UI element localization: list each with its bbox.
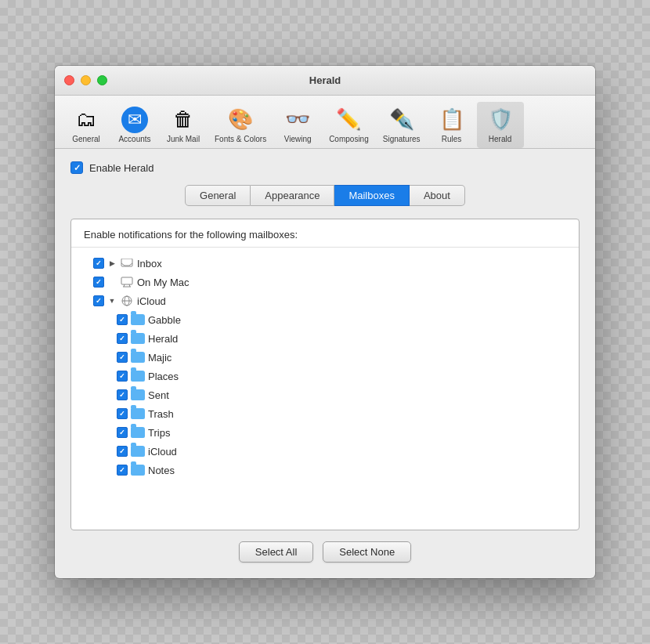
herald-label: Herald (148, 333, 178, 345)
toolbar-label-accounts: Accounts (118, 135, 150, 143)
svg-rect-1 (121, 277, 132, 284)
inbox-label: Inbox (137, 258, 162, 270)
mailbox-item-majic[interactable]: Majic (71, 348, 579, 367)
mailbox-item-on-my-mac[interactable]: ▶ On My Mac (71, 273, 579, 291)
maximize-button[interactable] (97, 75, 107, 85)
folder-trash-icon (131, 408, 145, 419)
toolbar-label-junkmail: Junk Mail (167, 135, 200, 143)
mailbox-item-trips[interactable]: Trips (71, 423, 579, 442)
mailbox-item-trash[interactable]: Trash (71, 404, 579, 423)
on-my-mac-label: On My Mac (137, 277, 189, 288)
toolbar-label-signatures: Signatures (383, 135, 421, 143)
toolbar-label-rules: Rules (442, 135, 462, 143)
disclosure-icloud[interactable]: ▼ (107, 296, 117, 306)
sent-label: Sent (148, 389, 169, 401)
enable-herald-row: Enable Herald (70, 161, 580, 174)
toolbar-item-junkmail[interactable]: 🗑 Junk Mail (160, 102, 207, 148)
folder-sent-icon (131, 389, 145, 400)
mailbox-item-places[interactable]: Places (71, 367, 579, 385)
herald-icon: 🛡️ (486, 105, 515, 133)
mailboxes-panel: Enable notifications for the following m… (70, 219, 580, 530)
checkbox-majic[interactable] (117, 352, 128, 363)
gabble-label: Gabble (148, 314, 181, 326)
checkbox-gabble[interactable] (117, 314, 128, 325)
content-area: Enable Herald General Appearance Mailbox… (55, 149, 595, 578)
trash-label: Trash (148, 408, 174, 420)
toolbar-label-general: General (72, 135, 100, 143)
toolbar: 🗂 General ✉ Accounts 🗑 Junk Mail 🎨 Fonts… (55, 96, 595, 149)
checkbox-trips[interactable] (117, 427, 128, 438)
mailbox-item-icloud[interactable]: ▼ iCloud (71, 291, 579, 310)
checkbox-icloud[interactable] (93, 295, 104, 306)
toolbar-item-fonts-colors[interactable]: 🎨 Fonts & Colors (208, 102, 273, 148)
tab-general[interactable]: General (185, 185, 251, 206)
folder-notes-icon (131, 465, 145, 476)
mailbox-item-icloud-sub[interactable]: iCloud (71, 442, 579, 461)
window-controls (55, 75, 107, 85)
checkbox-icloud-sub[interactable] (117, 446, 128, 457)
signatures-icon: ✒️ (388, 105, 416, 133)
checkbox-sent[interactable] (117, 389, 128, 400)
tabs: General Appearance Mailboxes About (70, 185, 580, 206)
folder-majic-icon (131, 352, 145, 363)
toolbar-item-signatures[interactable]: ✒️ Signatures (377, 102, 427, 148)
select-all-button[interactable]: Select All (239, 541, 313, 563)
checkbox-trash[interactable] (117, 408, 128, 419)
inbox-icon (120, 258, 134, 269)
checkbox-places[interactable] (117, 371, 128, 382)
rules-icon: 📋 (438, 105, 466, 133)
checkbox-on-my-mac[interactable] (93, 277, 104, 288)
minimize-button[interactable] (81, 75, 91, 85)
mailbox-item-gabble[interactable]: Gabble (71, 310, 579, 329)
icloud-sub-label: iCloud (148, 446, 177, 458)
mailbox-item-sent[interactable]: Sent (71, 385, 579, 404)
mailbox-item-notes[interactable]: Notes (71, 461, 579, 479)
accounts-icon: ✉ (121, 107, 148, 133)
toolbar-item-composing[interactable]: ✏️ Composing (323, 102, 375, 148)
fonts-colors-icon: 🎨 (226, 105, 255, 133)
composing-icon: ✏️ (334, 105, 363, 133)
select-none-button[interactable]: Select None (323, 541, 411, 563)
junkmail-icon: 🗑 (169, 105, 197, 133)
tab-about[interactable]: About (410, 185, 465, 206)
general-icon: 🗂 (72, 105, 100, 133)
panel-header: Enable notifications for the following m… (71, 219, 579, 248)
mailbox-item-herald[interactable]: Herald (71, 329, 579, 348)
mac-icon (120, 277, 134, 288)
toolbar-item-general[interactable]: 🗂 General (63, 102, 110, 148)
toolbar-label-viewing: Viewing (284, 135, 312, 143)
notes-label: Notes (148, 465, 175, 476)
toolbar-label-composing: Composing (329, 135, 369, 143)
mailbox-list: ▶ Inbox ▶ (71, 248, 579, 530)
main-window: Herald 🗂 General ✉ Accounts 🗑 Junk Mail … (55, 66, 595, 578)
folder-icloud-sub-icon (131, 446, 145, 457)
folder-herald-icon (131, 333, 145, 344)
disclosure-inbox[interactable]: ▶ (107, 259, 117, 268)
folder-places-icon (131, 371, 145, 382)
toolbar-item-accounts[interactable]: ✉ Accounts (111, 103, 158, 148)
window-title: Herald (309, 74, 341, 86)
enable-herald-checkbox[interactable] (70, 161, 83, 174)
checkbox-inbox[interactable] (93, 258, 104, 269)
close-button[interactable] (64, 75, 74, 85)
tab-appearance[interactable]: Appearance (251, 185, 334, 206)
folder-trips-icon (131, 427, 145, 438)
majic-label: Majic (148, 352, 172, 364)
tab-mailboxes[interactable]: Mailboxes (334, 185, 410, 206)
titlebar: Herald (55, 66, 595, 96)
toolbar-label-herald: Herald (489, 135, 511, 143)
globe-icon (120, 295, 134, 306)
places-label: Places (148, 371, 179, 382)
checkbox-notes[interactable] (117, 465, 128, 476)
icloud-label: iCloud (137, 295, 166, 307)
bottom-buttons: Select All Select None (70, 541, 580, 563)
enable-herald-label: Enable Herald (89, 162, 153, 174)
trips-label: Trips (148, 427, 170, 439)
checkbox-herald[interactable] (117, 333, 128, 344)
toolbar-item-rules[interactable]: 📋 Rules (428, 102, 475, 148)
viewing-icon: 👓 (283, 105, 312, 133)
toolbar-item-herald[interactable]: 🛡️ Herald (477, 102, 524, 148)
toolbar-item-viewing[interactable]: 👓 Viewing (274, 102, 321, 148)
mailbox-item-inbox[interactable]: ▶ Inbox (71, 254, 579, 273)
toolbar-label-fonts-colors: Fonts & Colors (215, 135, 266, 143)
